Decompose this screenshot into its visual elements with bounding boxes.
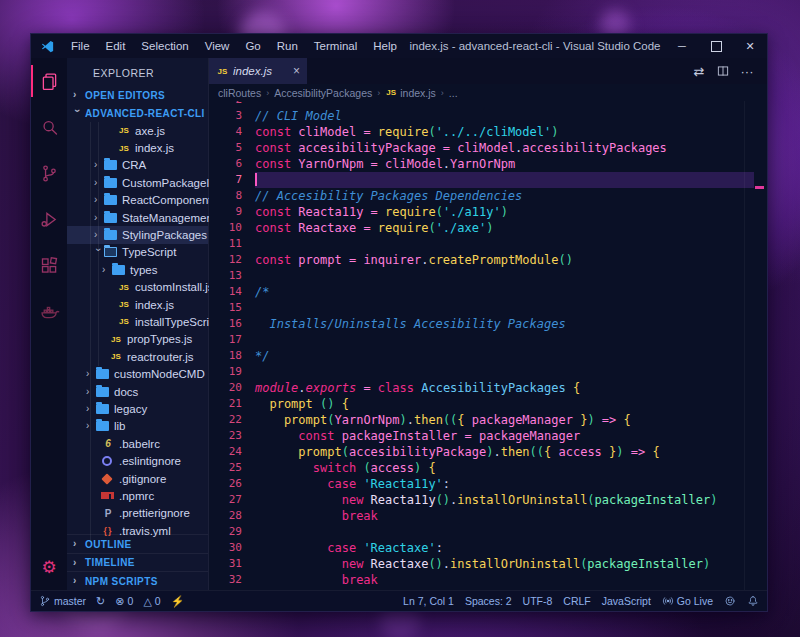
tree-file-proptypes-js[interactable]: JSpropTypes.js — [67, 331, 208, 348]
menu-go[interactable]: Go — [237, 34, 268, 58]
status-warnings[interactable]: △0 — [143, 595, 160, 607]
code-line-20[interactable]: 20module.exports = class AccesibilityPac… — [209, 380, 767, 396]
activity-item-docker[interactable] — [31, 288, 67, 334]
code-line-19[interactable]: 19 — [209, 364, 767, 380]
tree-file--babelrc[interactable]: 6.babelrc — [67, 435, 208, 452]
code-line-3[interactable]: 3// CLI Model — [209, 108, 767, 124]
code-line-31[interactable]: 31 new Reactaxe().installOrUninstall(pac… — [209, 556, 767, 572]
line-number[interactable]: 9 — [209, 204, 255, 220]
breadcrumb-item[interactable]: ... — [449, 87, 458, 99]
status-live-share[interactable]: ⚡ — [171, 596, 185, 607]
section-timeline[interactable]: ›TIMELINE — [67, 553, 208, 572]
line-number[interactable]: 20 — [209, 380, 255, 396]
status-indentation[interactable]: Spaces: 2 — [465, 595, 512, 607]
tree-folder-typescript[interactable]: ›TypeScript — [67, 244, 208, 261]
activity-item-search[interactable] — [31, 104, 67, 150]
code-line-16[interactable]: 16 Installs/Uninstalls Accesibility Pack… — [209, 316, 767, 332]
tree-folder-reactcomponent[interactable]: ›ReactComponent — [67, 192, 208, 209]
code-line-32[interactable]: 32 break — [209, 572, 767, 588]
section-outline[interactable]: ›OUTLINE — [67, 534, 208, 553]
status-errors[interactable]: ⊗0 — [115, 595, 133, 607]
status-git-branch[interactable]: master — [39, 595, 86, 607]
tree-folder-docs[interactable]: ›docs — [67, 383, 208, 400]
line-number[interactable]: 32 — [209, 572, 255, 588]
line-number[interactable]: 16 — [209, 316, 255, 332]
code-line-15[interactable]: 15 — [209, 300, 767, 316]
code-line-10[interactable]: 10const Reactaxe = require('./axe') — [209, 220, 767, 236]
line-number[interactable]: 3 — [209, 108, 255, 124]
maximize-button[interactable] — [699, 34, 733, 58]
line-number[interactable]: 14 — [209, 284, 255, 300]
code-line-30[interactable]: 30 case 'Reactaxe': — [209, 540, 767, 556]
line-number[interactable]: 2 — [209, 101, 255, 108]
code-line-13[interactable]: 13 — [209, 268, 767, 284]
status-sync[interactable]: ↻ — [96, 596, 105, 607]
code-line-26[interactable]: 26 case 'Reacta11y': — [209, 476, 767, 492]
code-line-9[interactable]: 9const Reacta11y = require('./a11y') — [209, 204, 767, 220]
split-editor-button[interactable] — [711, 58, 735, 84]
line-number[interactable]: 28 — [209, 508, 255, 524]
tree-folder-stylingpackages[interactable]: ›StylingPackages — [67, 226, 208, 243]
code-line-25[interactable]: 25 switch (access) { — [209, 460, 767, 476]
code-line-27[interactable]: 27 new Reacta11y().installOrUninstall(pa… — [209, 492, 767, 508]
tree-file--gitignore[interactable]: .gitignore — [67, 470, 208, 487]
line-number[interactable]: 7 — [209, 172, 255, 188]
code-line-24[interactable]: 24 prompt(accesibilityPackage).then(({ a… — [209, 444, 767, 460]
line-number[interactable]: 29 — [209, 524, 255, 540]
line-number[interactable]: 24 — [209, 444, 255, 460]
line-number[interactable]: 4 — [209, 124, 255, 140]
menu-file[interactable]: File — [63, 34, 98, 58]
tab-indexjs[interactable]: JS index.js × — [209, 58, 307, 84]
line-number[interactable]: 12 — [209, 252, 255, 268]
section-npm-scripts[interactable]: ›NPM SCRIPTS — [67, 571, 208, 590]
line-number[interactable]: 21 — [209, 396, 255, 412]
tree-file-custominstall-js[interactable]: JScustomInstall.js — [67, 279, 208, 296]
line-number[interactable]: 30 — [209, 540, 255, 556]
menu-selection[interactable]: Selection — [133, 34, 196, 58]
section-open-editors[interactable]: ›OPEN EDITORS — [67, 86, 208, 104]
code-line-7[interactable]: 7 — [209, 172, 767, 188]
menu-run[interactable]: Run — [269, 34, 306, 58]
code-line-33[interactable]: 33 } — [209, 588, 767, 590]
tree-folder-cra[interactable]: ›CRA — [67, 157, 208, 174]
line-number[interactable]: 13 — [209, 268, 255, 284]
activity-item-extensions[interactable] — [31, 242, 67, 288]
tree-file-axe-js[interactable]: JSaxe.js — [67, 122, 208, 139]
tree-file-index-js[interactable]: JSindex.js — [67, 139, 208, 156]
status-feedback[interactable] — [724, 595, 736, 607]
line-number[interactable]: 11 — [209, 236, 255, 252]
code-line-29[interactable]: 29 — [209, 524, 767, 540]
code-line-2[interactable]: 2 — [209, 101, 767, 108]
tree-file--prettierignore[interactable]: P.prettierignore — [67, 505, 208, 522]
tree-file-installtypescrip-[interactable]: JSinstallTypeScrip... — [67, 313, 208, 330]
line-number[interactable]: 33 — [209, 588, 255, 590]
code-editor[interactable]: 23// CLI Model4const cliModel = require(… — [209, 101, 767, 590]
code-line-18[interactable]: 18*/ — [209, 348, 767, 364]
code-line-21[interactable]: 21 prompt () { — [209, 396, 767, 412]
code-line-23[interactable]: 23 const packageInstaller = packageManag… — [209, 428, 767, 444]
status-eol[interactable]: CRLF — [563, 595, 590, 607]
line-number[interactable]: 17 — [209, 332, 255, 348]
tree-file--eslintignore[interactable]: .eslintignore — [67, 452, 208, 469]
code-line-17[interactable]: 17 — [209, 332, 767, 348]
menu-view[interactable]: View — [197, 34, 238, 58]
tree-folder-statemanagement[interactable]: ›StateManagement — [67, 209, 208, 226]
minimize-button[interactable]: ─ — [665, 34, 699, 58]
settings-gear-icon[interactable]: ⚙ — [31, 549, 67, 585]
line-number[interactable]: 15 — [209, 300, 255, 316]
tab-close-icon[interactable]: × — [289, 64, 300, 78]
close-button[interactable]: ✕ — [733, 34, 767, 58]
line-number[interactable]: 23 — [209, 428, 255, 444]
code-line-4[interactable]: 4const cliModel = require('../../cliMode… — [209, 124, 767, 140]
status-go-live[interactable]: Go Live — [662, 595, 713, 607]
line-number[interactable]: 10 — [209, 220, 255, 236]
menu-edit[interactable]: Edit — [98, 34, 134, 58]
tree-file-reactrouter-js[interactable]: JSreactrouter.js — [67, 348, 208, 365]
code-line-14[interactable]: 14/* — [209, 284, 767, 300]
status-notifications[interactable] — [747, 595, 759, 607]
tree-folder-types[interactable]: ›types — [67, 261, 208, 278]
activity-item-run-debug[interactable] — [31, 196, 67, 242]
status-cursor-position[interactable]: Ln 7, Col 1 — [403, 595, 454, 607]
status-encoding[interactable]: UTF-8 — [523, 595, 553, 607]
line-number[interactable]: 8 — [209, 188, 255, 204]
